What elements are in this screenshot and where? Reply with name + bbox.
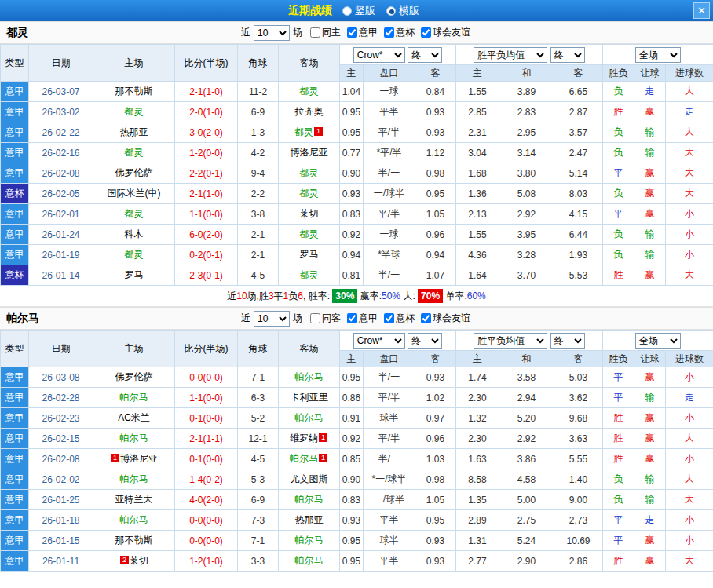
team-name: 帕尔马: [120, 473, 148, 484]
odds-state-select[interactable]: 终: [408, 333, 442, 349]
filter-checkbox[interactable]: 球会友谊: [416, 26, 470, 39]
result-cell: 胜: [603, 102, 634, 122]
goals-result-cell: 小: [666, 449, 713, 469]
home-odds-cell: 0.92: [340, 429, 364, 449]
checkbox-input[interactable]: [310, 313, 320, 323]
subheader-avg-away: 客: [554, 351, 603, 367]
match-count-select[interactable]: 10: [254, 311, 290, 327]
summary-part: 赢率:: [357, 290, 382, 301]
goals-result-cell: 大: [666, 122, 713, 143]
avg-draw-cell: 2.92: [499, 429, 554, 449]
bookmaker-select[interactable]: Crow*: [353, 47, 405, 63]
corner-cell: 3-3: [238, 551, 279, 572]
score-cell: 4-0(2-0): [175, 490, 238, 510]
league-cell: 意甲: [1, 408, 29, 429]
avg-draw-cell: 3.58: [499, 367, 554, 388]
avg-home-cell: 1.36: [456, 184, 499, 204]
filter-checkbox[interactable]: 球会友谊: [416, 312, 470, 325]
goals-result-cell: 大: [666, 184, 713, 204]
team-name: 帕尔马: [295, 535, 324, 546]
checkbox-input[interactable]: [347, 313, 357, 323]
filter-bar: 近 10 场 同主意甲意杯球会友谊: [241, 25, 472, 41]
result-cell: 负: [603, 122, 634, 143]
filter-checkbox[interactable]: 同主: [305, 26, 341, 39]
result-cell: 胜: [603, 449, 634, 469]
red-card-badge: 1: [319, 454, 327, 462]
home-odds-cell: 0.90: [340, 163, 364, 184]
avg-home-cell: 2.30: [456, 388, 499, 408]
handicap-result-cell: 输: [634, 469, 666, 490]
filter-checkbox[interactable]: 意杯: [379, 26, 415, 39]
handicap-result-cell: 走: [634, 82, 666, 102]
filter-checkbox[interactable]: 意甲: [342, 312, 378, 325]
goals-result-cell: 大: [666, 469, 713, 490]
section-parma: 帕尔马 近 10 场 同客意甲意杯球会友谊 类型 日期 主场 比分(半场): [0, 307, 713, 572]
checkbox-label: 意甲: [359, 26, 378, 39]
odds-dropdowns: Crow* 终: [340, 331, 456, 351]
avg-draw-cell: 3.89: [499, 82, 554, 102]
away-team-cell: 帕尔马1: [279, 449, 340, 469]
checkbox-input[interactable]: [384, 313, 394, 323]
handicap-cell: 半/一: [364, 367, 415, 388]
corner-cell: 11-2: [238, 82, 279, 102]
summary-part: 场,胜: [247, 290, 269, 301]
bookmaker-select[interactable]: Crow*: [353, 333, 405, 349]
filter-checkbox[interactable]: 意甲: [342, 26, 378, 39]
handicap-cell: 半/一: [364, 163, 415, 184]
filter-checkbox[interactable]: 意杯: [379, 312, 415, 325]
date-cell: 26-01-15: [29, 531, 93, 551]
handicap-cell: *一/球半: [364, 469, 415, 490]
radio-label: 竖版: [355, 4, 375, 18]
checkbox-input[interactable]: [421, 313, 431, 323]
avg-draw-cell: 3.70: [499, 265, 554, 286]
avg-away-cell: 5.03: [554, 367, 603, 388]
result-cell: 胜: [603, 429, 634, 449]
avg-home-cell: 1.63: [456, 449, 499, 469]
avg-select[interactable]: 胜平负均值: [474, 47, 547, 63]
date-cell: 26-02-08: [29, 449, 93, 469]
handicap-result-cell: 赢: [634, 163, 666, 184]
checkbox-input[interactable]: [310, 27, 320, 38]
result-cell: 平: [603, 204, 634, 225]
home-odds-cell: 0.94: [340, 245, 364, 265]
away-odds-cell: 1.07: [415, 265, 456, 286]
team-name: 都灵: [6, 26, 28, 40]
scope-select[interactable]: 全场: [635, 47, 681, 63]
match-row: 意甲26-01-24科木6-0(2-0)2-1都灵0.92一球0.961.553…: [1, 225, 713, 245]
home-odds-cell: 1.04: [340, 82, 364, 102]
checkbox-input[interactable]: [384, 27, 394, 38]
radio-horizontal-layout[interactable]: 横版: [386, 4, 419, 18]
avg-state-select[interactable]: 终: [550, 333, 585, 349]
checkbox-input[interactable]: [347, 27, 357, 38]
corner-cell: 2-1: [238, 225, 279, 245]
match-row: 意甲26-01-18帕尔马0-0(0-0)7-3热那亚0.93平半0.952.8…: [1, 510, 713, 531]
avg-state-select[interactable]: 终: [550, 47, 585, 63]
match-count-select[interactable]: 10: [254, 25, 290, 41]
league-cell: 意甲: [1, 531, 29, 551]
away-team-cell: 都灵: [279, 82, 340, 102]
filter-checkbox[interactable]: 同客: [305, 312, 341, 325]
date-cell: 26-02-16: [29, 143, 93, 163]
avg-away-cell: 8.03: [554, 184, 603, 204]
away-odds-cell: 0.97: [415, 408, 456, 429]
team-name: 帕尔马: [295, 412, 324, 423]
league-cell: 意甲: [1, 388, 29, 408]
subheader-result: 胜负: [603, 351, 634, 367]
team-name: 都灵: [300, 86, 319, 97]
result-cell: 平: [603, 510, 634, 531]
home-team-cell: 2莱切: [93, 551, 175, 572]
handicap-cell: 一球: [364, 82, 415, 102]
checkbox-input[interactable]: [421, 27, 431, 38]
scope-select[interactable]: 全场: [635, 333, 681, 349]
league-cell: 意甲: [1, 490, 29, 510]
avg-select[interactable]: 胜平负均值: [474, 333, 547, 349]
close-icon[interactable]: ✕: [693, 2, 710, 19]
avg-home-cell: 2.13: [456, 204, 499, 225]
radio-vertical-layout[interactable]: 竖版: [342, 4, 375, 18]
home-odds-cell: 0.77: [340, 143, 364, 163]
score-cell: 2-1(1-0): [175, 82, 238, 102]
away-team-cell: 尤文图斯: [279, 469, 340, 490]
avg-home-cell: 3.04: [456, 143, 499, 163]
away-odds-cell: 0.94: [415, 245, 456, 265]
odds-state-select[interactable]: 终: [408, 47, 442, 63]
